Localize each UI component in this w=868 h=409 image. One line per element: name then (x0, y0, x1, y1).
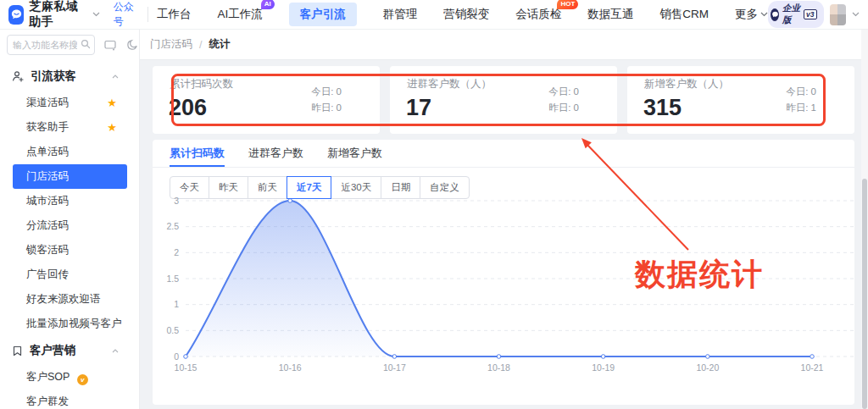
sidebar-section-customer-marketing[interactable]: 客户营销 (0, 336, 139, 365)
stat-today-label: 今日: (786, 86, 808, 97)
scrollbar-thumb[interactable] (862, 179, 867, 409)
nav-item-group-management[interactable]: 群管理 (383, 7, 418, 22)
sidebar-item-label: 广告回传 (26, 268, 69, 280)
search-input[interactable] (13, 40, 77, 50)
nav-item-marketing-fission[interactable]: 营销裂变 (443, 7, 489, 22)
tab-scan-total[interactable]: 累计扫码数 (170, 140, 225, 167)
stat-value: 206 (169, 95, 207, 121)
sidebar-item-label: 分流活码 (26, 219, 69, 231)
sidebar-item-channel-qr[interactable]: 渠道活码 ★ (0, 91, 139, 115)
star-icon[interactable]: ★ (107, 91, 117, 115)
svg-text:0.5: 0.5 (166, 325, 179, 335)
breadcrumb: 门店活码 / 统计 (140, 30, 868, 60)
sidebar-item-store-qr[interactable]: 门店活码 (13, 164, 127, 189)
panel-toggle-icon[interactable] (104, 40, 117, 51)
plan-version: v3 (804, 9, 816, 19)
topbar-divider (147, 7, 148, 22)
plan-badge: 企业版 v3 (768, 1, 824, 28)
svg-text:10-18: 10-18 (487, 362, 510, 373)
svg-text:10-17: 10-17 (383, 362, 406, 373)
svg-text:1: 1 (174, 299, 179, 309)
nav-item-label: 数据互通 (587, 8, 633, 20)
sidebar-item-batch-add-video-customers[interactable]: 批量添加视频号客户 (0, 312, 139, 336)
sidebar-item-lock-customer-qr[interactable]: 锁客活码 (0, 238, 139, 263)
scrollbar-track[interactable] (861, 30, 868, 409)
main-content: 累计扫码次数 206 今日: 0 昨日: 0 进群客户数（人） 17 今日: 0… (140, 60, 868, 409)
nav-item-customer-acquisition[interactable]: 客户引流 (289, 3, 357, 26)
sidebar-item-label: 好友来源欢迎语 (26, 293, 101, 305)
moon-icon[interactable] (126, 39, 138, 51)
primary-nav: 工作台 AI工作流 AI 客户引流 群管理 营销裂变 会话质检 HOT 数据互通 (157, 3, 768, 26)
breadcrumb-separator: / (199, 39, 202, 51)
nav-item-more[interactable]: 更多 (735, 7, 768, 22)
channel-switch[interactable]: 公众号 (114, 0, 137, 29)
plan-logo-icon (771, 8, 779, 21)
medal-icon: v (77, 374, 88, 385)
chevron-up-icon (112, 75, 119, 79)
sidebar-item-order-qr[interactable]: 点单活码 (0, 140, 139, 164)
sidebar-item-split-qr[interactable]: 分流活码 (0, 213, 139, 238)
stat-title: 新增客户数（人） (644, 77, 729, 91)
nav-item-workbench[interactable]: 工作台 (157, 7, 192, 22)
nav-item-ai-workflow[interactable]: AI工作流 AI (218, 7, 263, 22)
stat-title: 进群客户数（人） (407, 77, 492, 91)
stat-yesterday-value: 1 (811, 102, 816, 113)
nav-item-label: AI工作流 (218, 8, 263, 20)
app-window: 芝麻私域助手 公众号 工作台 AI工作流 AI 客户引流 群管理 营销裂变 (0, 0, 868, 409)
tab-group-customers[interactable]: 进群客户数 (248, 140, 303, 167)
filter-last-7-days[interactable]: 近7天 (287, 176, 331, 199)
tab-new-customers[interactable]: 新增客户数 (327, 140, 382, 167)
sidebar-item-city-qr[interactable]: 城市活码 (0, 189, 139, 213)
sidebar-item-friend-source-welcome[interactable]: 好友来源欢迎语 (0, 287, 139, 312)
brand-area[interactable]: 芝麻私域助手 公众号 (8, 0, 137, 30)
sidebar-item-label: 客户群发 (26, 395, 69, 407)
sidebar-item-ad-callback[interactable]: 广告回传 (0, 263, 139, 287)
stat-cards: 累计扫码次数 206 今日: 0 昨日: 0 进群客户数（人） 17 今日: 0… (153, 66, 854, 134)
star-icon[interactable]: ★ (107, 115, 117, 140)
stat-value: 17 (406, 95, 431, 121)
area-chart[interactable]: 00.511.522.5310-1510-1610-1710-1810-1910… (153, 194, 854, 380)
sidebar-item-label: 获客助手 (26, 121, 69, 133)
nav-item-label: 客户引流 (300, 8, 346, 20)
svg-text:10-15: 10-15 (175, 362, 198, 373)
sidebar-item-label: 点单活码 (26, 146, 69, 158)
breadcrumb-current: 统计 (209, 37, 230, 52)
brand-chevron-down-icon[interactable] (92, 12, 100, 17)
breadcrumb-parent[interactable]: 门店活码 (150, 37, 192, 52)
stat-card-scan-total: 累计扫码次数 206 今日: 0 昨日: 0 (153, 66, 380, 134)
sidebar-section-acquisition[interactable]: 引流获客 (0, 62, 139, 91)
sidebar-item-label: 城市活码 (26, 195, 69, 207)
chart-panel: 累计扫码数 进群客户数 新增客户数 今天 昨天 前天 近7天 近30天 日期 自… (153, 140, 854, 405)
sidebar: 引流获客 渠道活码 ★ 获客助手 ★ 点单活码 门店活码 城市活码 (0, 30, 140, 409)
svg-text:1.5: 1.5 (166, 274, 179, 284)
sidebar-item-customer-sop[interactable]: 客户SOP v (0, 365, 139, 390)
stat-yesterday-value: 0 (574, 102, 579, 113)
sidebar-item-label: 批量添加视频号客户 (26, 318, 122, 329)
stat-today-value: 0 (811, 86, 816, 97)
sidebar-item-label: 渠道活码 (26, 97, 69, 108)
sidebar-section-title: 客户营销 (30, 343, 112, 358)
svg-text:0: 0 (174, 351, 179, 362)
hot-badge: HOT (557, 0, 578, 9)
account-chevron-down-icon[interactable] (852, 12, 860, 17)
stat-card-group-customers: 进群客户数（人） 17 今日: 0 昨日: 0 (390, 66, 617, 134)
nav-item-chat-inspection[interactable]: 会话质检 HOT (515, 7, 561, 22)
sidebar-item-label: 锁客活码 (26, 244, 69, 256)
stat-side: 今日: 0 昨日: 1 (786, 84, 816, 116)
stat-today-value: 0 (574, 86, 579, 97)
sidebar-item-customer-mass-send[interactable]: 客户群发 (0, 390, 139, 409)
nav-item-data-sync[interactable]: 数据互通 (587, 7, 633, 22)
svg-text:2.5: 2.5 (166, 221, 179, 231)
svg-text:2: 2 (174, 247, 179, 257)
nav-item-label: 销售CRM (659, 8, 709, 20)
nav-item-sales-crm[interactable]: 销售CRM (659, 7, 709, 22)
account-area: 企业版 v3 (768, 1, 860, 28)
sidebar-section-title: 引流获客 (31, 69, 112, 84)
chart-tabs: 累计扫码数 进群客户数 新增客户数 (153, 140, 854, 168)
sidebar-item-acquisition-assistant[interactable]: 获客助手 ★ (0, 115, 139, 140)
svg-text:10-16: 10-16 (279, 362, 302, 373)
top-nav-bar: 芝麻私域助手 公众号 工作台 AI工作流 AI 客户引流 群管理 营销裂变 (0, 0, 868, 30)
avatar[interactable] (830, 4, 846, 25)
search-box[interactable] (7, 35, 95, 55)
stat-today-label: 今日: (311, 86, 333, 97)
